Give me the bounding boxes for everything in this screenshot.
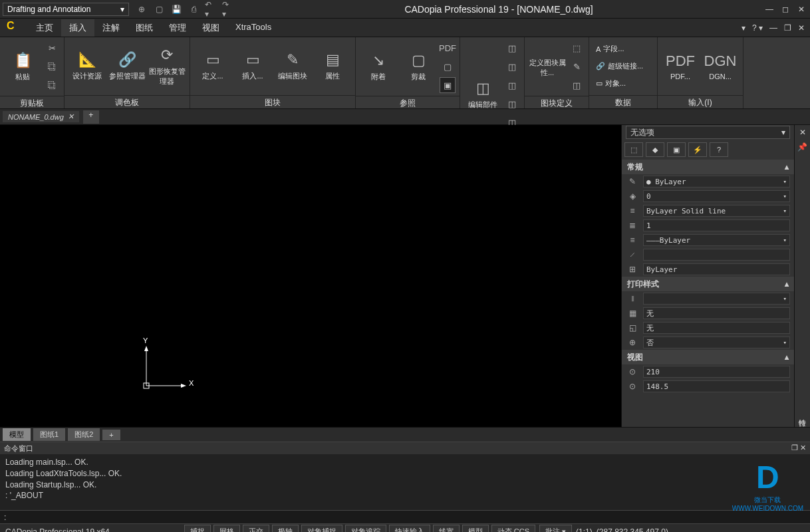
menu-tab-注解[interactable]: 注解 bbox=[94, 19, 128, 37]
prop-help[interactable]: ? bbox=[710, 142, 728, 157]
prop-value[interactable]: 无 bbox=[643, 307, 790, 319]
status-toggle-正交[interactable]: 正交 bbox=[243, 525, 269, 532]
ribbon-small-参照-0[interactable]: PDF bbox=[440, 40, 456, 56]
ribbon-link-对象...[interactable]: ▭对象... bbox=[593, 76, 653, 91]
ribbon-button-DGN...[interactable]: DGNDGN... bbox=[702, 41, 739, 92]
ribbon-small-参照-1[interactable]: ▢ bbox=[440, 59, 456, 74]
qat-save-icon[interactable]: 💾 bbox=[170, 3, 182, 15]
ribbon-button-定义图块属性...[interactable]: 定义图块属性... bbox=[529, 41, 566, 92]
prop-tool-1[interactable]: ⬚ bbox=[624, 142, 643, 157]
prop-value[interactable] bbox=[643, 293, 790, 305]
prop-value[interactable] bbox=[643, 249, 790, 261]
ribbon-small-部件-3[interactable]: ◫ bbox=[504, 96, 520, 112]
mdi-restore-button[interactable]: ❐ bbox=[784, 23, 791, 33]
qat-redo-icon[interactable]: ↷ ▾ bbox=[222, 3, 234, 15]
prop-row: ≡———ByLayer bbox=[622, 233, 794, 247]
ribbon-small-剪贴板-2[interactable]: ⿻ bbox=[44, 77, 60, 93]
prop-value[interactable]: 148.5 bbox=[643, 380, 790, 392]
ribbon-button-编辑图块[interactable]: ✎编辑图块 bbox=[274, 41, 311, 92]
ribbon-link-超级链接...[interactable]: 🔗超级链接... bbox=[593, 59, 653, 74]
status-toggle-动态 CCS[interactable]: 动态 CCS bbox=[491, 525, 535, 532]
help-icon[interactable]: ? ▾ bbox=[752, 23, 763, 33]
selection-filter[interactable]: 无选项▾ bbox=[626, 126, 790, 139]
menu-tab-插入[interactable]: 插入 bbox=[61, 19, 94, 37]
prop-value[interactable]: ———ByLayer bbox=[643, 234, 790, 246]
ribbon-small-剪贴板-1[interactable]: ⿻ bbox=[44, 59, 60, 74]
minimize-button[interactable]: — bbox=[763, 5, 775, 14]
sheet-tab-图纸2[interactable]: 图纸2 bbox=[68, 428, 100, 441]
status-toggle-对象捕捉[interactable]: 对象捕捉 bbox=[301, 525, 342, 532]
ribbon-button-粘贴[interactable]: 📋粘贴 bbox=[4, 41, 41, 92]
prop-value[interactable]: 否 bbox=[643, 336, 790, 348]
ribbon-button-定义...[interactable]: ▭定义... bbox=[194, 41, 231, 92]
prop-section-常规[interactable]: 常规▴ bbox=[622, 160, 794, 174]
prop-tool-2[interactable]: ◆ bbox=[646, 142, 664, 157]
ribbon-small-剪贴板-0[interactable]: ✂ bbox=[44, 40, 60, 56]
prop-tool-3[interactable]: ▣ bbox=[667, 142, 686, 157]
add-sheet-button[interactable]: + bbox=[102, 430, 120, 440]
ribbon-button-剪裁[interactable]: ▢剪裁 bbox=[400, 41, 437, 92]
status-toggle-模型[interactable]: 模型 bbox=[462, 525, 489, 532]
menu-tab-主页[interactable]: 主页 bbox=[28, 19, 61, 37]
prop-value[interactable]: 1 bbox=[643, 219, 790, 231]
tab-close-icon[interactable]: ✕ bbox=[68, 112, 74, 121]
command-input[interactable]: : bbox=[0, 510, 810, 523]
panel-close-icon[interactable]: ✕ bbox=[799, 128, 806, 137]
prop-section-打印样式[interactable]: 打印样式▴ bbox=[622, 277, 794, 291]
ribbon-button-插入...[interactable]: ▭插入... bbox=[234, 41, 271, 92]
status-toggle-对象追踪[interactable]: 对象追踪 bbox=[345, 525, 386, 532]
ribbon-button-PDF...[interactable]: PDFPDF... bbox=[662, 41, 699, 92]
menu-tab-XtraTools[interactable]: XtraTools bbox=[227, 19, 279, 37]
status-toggle-网格[interactable]: 网格 bbox=[213, 525, 240, 532]
ribbon-button-图形恢复管理器[interactable]: ⟳图形恢复管理器 bbox=[148, 41, 186, 92]
qat-open-icon[interactable]: ▢ bbox=[153, 3, 165, 15]
qat-undo-icon[interactable]: ↶ ▾ bbox=[205, 3, 217, 15]
prop-value[interactable]: ByLayer bbox=[643, 263, 790, 275]
prop-tool-4[interactable]: ⚡ bbox=[688, 142, 707, 157]
status-toggle-极轴[interactable]: 极轴 bbox=[272, 525, 299, 532]
ribbon-small-图块定义-0[interactable]: ⬚ bbox=[569, 40, 585, 56]
sheet-tab-图纸1[interactable]: 图纸1 bbox=[33, 428, 65, 441]
maximize-button[interactable]: ◻ bbox=[779, 5, 791, 14]
ribbon-button-设计资源[interactable]: 📐设计资源 bbox=[68, 41, 106, 92]
cmd-dock-icon[interactable]: ❐ bbox=[791, 444, 798, 452]
status-toggle-线宽[interactable]: 线宽 bbox=[433, 525, 460, 532]
cmd-close-icon[interactable]: ✕ bbox=[800, 444, 806, 452]
mdi-minimize-button[interactable]: — bbox=[769, 23, 777, 33]
ribbon-button-编辑部件[interactable]: ◫编辑部件 bbox=[464, 68, 501, 120]
qat-print-icon[interactable]: ⎙ bbox=[188, 3, 200, 15]
workspace-selector[interactable]: Drafting and Annotation▾ bbox=[3, 3, 129, 16]
close-button[interactable]: ✕ bbox=[795, 5, 807, 14]
app-logo-icon[interactable] bbox=[5, 20, 21, 36]
menu-tab-视图[interactable]: 视图 bbox=[194, 19, 227, 37]
new-tab-button[interactable]: + bbox=[83, 110, 99, 124]
prop-value[interactable]: 210 bbox=[643, 366, 790, 378]
qat-new-icon[interactable]: ⊕ bbox=[136, 3, 148, 15]
ribbon-small-部件-0[interactable]: ◫ bbox=[504, 40, 520, 56]
ribbon-small-参照-2[interactable]: ▣ bbox=[440, 77, 456, 93]
ribbon-small-部件-1[interactable]: ◫ bbox=[504, 59, 520, 74]
drawing-canvas[interactable]: Y X bbox=[0, 125, 621, 427]
status-toggle-快速输入[interactable]: 快速输入 bbox=[389, 525, 430, 532]
ribbon-small-图块定义-2[interactable]: ◫ bbox=[569, 77, 585, 93]
menu-tab-管理[interactable]: 管理 bbox=[161, 19, 194, 37]
prop-value[interactable]: 无 bbox=[643, 322, 790, 334]
prop-value[interactable]: 0 bbox=[643, 190, 790, 202]
dropdown-icon[interactable]: ▾ bbox=[742, 23, 745, 33]
ribbon-link-字段...[interactable]: A字段... bbox=[593, 42, 653, 57]
mdi-close-button[interactable]: ✕ bbox=[798, 23, 805, 33]
sheet-tab-模型[interactable]: 模型 bbox=[3, 428, 31, 441]
panel-pin-icon[interactable]: 📌 bbox=[797, 142, 807, 152]
menu-tab-图纸[interactable]: 图纸 bbox=[128, 19, 161, 37]
ribbon-button-参照管理器[interactable]: 🔗参照管理器 bbox=[108, 41, 146, 92]
prop-value[interactable]: ByLayer Solid line bbox=[643, 205, 790, 217]
prop-value[interactable]: ● ByLayer bbox=[643, 176, 790, 188]
prop-section-视图[interactable]: 视图▴ bbox=[622, 350, 794, 364]
status-toggle-捕捉[interactable]: 捕捉 bbox=[184, 525, 211, 532]
document-tab[interactable]: NONAME_0.dwg ✕ bbox=[3, 111, 79, 122]
ribbon-small-部件-2[interactable]: ◫ bbox=[504, 77, 520, 93]
annotation-scale-button[interactable]: 批注 ▾ bbox=[539, 525, 572, 532]
ribbon-button-附着[interactable]: ↘附着 bbox=[360, 41, 397, 92]
ribbon-button-属性[interactable]: ▤属性 bbox=[314, 41, 351, 92]
ribbon-small-图块定义-1[interactable]: ✎ bbox=[569, 59, 585, 74]
